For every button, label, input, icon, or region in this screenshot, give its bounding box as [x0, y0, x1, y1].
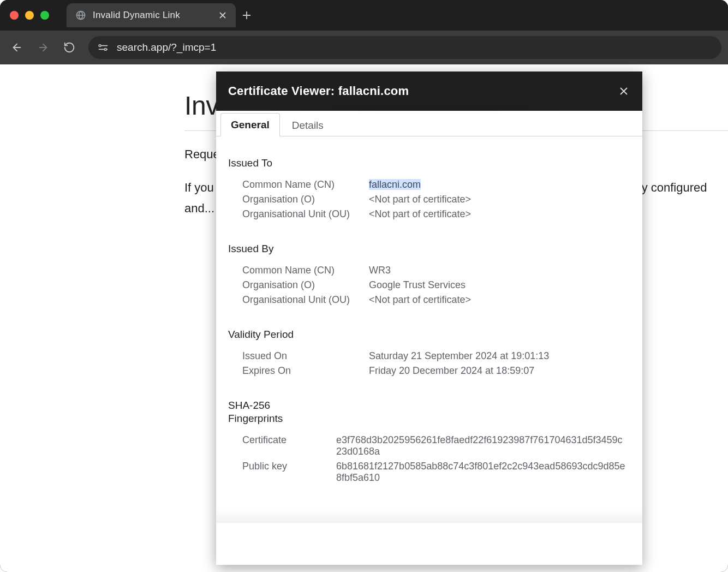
cn-label: Common Name (CN) — [242, 179, 369, 190]
tab-details[interactable]: Details — [282, 114, 333, 136]
window-minimize-button[interactable] — [25, 11, 34, 20]
close-icon[interactable] — [616, 84, 631, 99]
expires-on-value: Friday 20 December 2024 at 18:59:07 — [369, 365, 627, 377]
ou-label: Organisational Unit (OU) — [242, 208, 369, 220]
reload-button[interactable] — [59, 37, 80, 58]
tab[interactable]: Invalid Dynamic Link — [67, 3, 236, 27]
o-label: Organisation (O) — [242, 279, 369, 291]
globe-icon — [75, 10, 86, 21]
sha256-heading: SHA-256 — [228, 400, 627, 412]
expires-on-label: Expires On — [242, 365, 369, 377]
issued-on-value: Saturday 21 September 2024 at 19:01:13 — [369, 350, 627, 362]
site-settings-icon[interactable] — [97, 43, 109, 52]
pubkey-fp-label: Public key — [242, 461, 336, 484]
o-value: Google Trust Services — [369, 279, 627, 291]
forward-button[interactable] — [33, 37, 53, 58]
cert-tabs: General Details — [216, 111, 642, 136]
back-button[interactable] — [7, 37, 27, 58]
o-value: <Not part of certificate> — [369, 194, 627, 205]
issued-on-label: Issued On — [242, 350, 369, 362]
url-text: search.app/?_imcp=1 — [117, 41, 216, 53]
ou-label: Organisational Unit (OU) — [242, 294, 369, 306]
svg-point-2 — [104, 48, 106, 50]
address-bar[interactable]: search.app/?_imcp=1 — [88, 36, 721, 59]
tab-strip: Invalid Dynamic Link — [0, 0, 728, 31]
cn-value: WR3 — [369, 265, 627, 276]
tab-general[interactable]: General — [220, 113, 280, 136]
toolbar: search.app/?_imcp=1 — [0, 31, 728, 64]
cert-fp-value: e3f768d3b2025956261fe8faedf22f61923987f7… — [336, 434, 627, 457]
window-maximize-button[interactable] — [40, 11, 49, 20]
ou-value: <Not part of certificate> — [369, 294, 627, 306]
o-label: Organisation (O) — [242, 194, 369, 205]
cert-header: Certificate Viewer: fallacni.com — [216, 72, 642, 111]
close-icon[interactable] — [217, 10, 228, 21]
pubkey-fp-value: 6b81681f2127b0585ab88c74c3f801ef2c2c943e… — [336, 461, 627, 484]
cert-fp-label: Certificate — [242, 434, 336, 457]
new-tab-button[interactable] — [236, 10, 258, 20]
ou-value: <Not part of certificate> — [369, 208, 627, 220]
cert-title: Certificate Viewer: fallacni.com — [228, 84, 409, 98]
cert-body: Issued To Common Name (CN) fallacni.com … — [216, 136, 642, 509]
issued-by-heading: Issued By — [228, 243, 627, 255]
cn-label: Common Name (CN) — [242, 265, 369, 276]
certificate-viewer: Certificate Viewer: fallacni.com General… — [216, 72, 642, 565]
validity-heading: Validity Period — [228, 329, 627, 341]
tab-title: Invalid Dynamic Link — [93, 10, 211, 21]
window-controls — [10, 11, 49, 20]
issued-to-heading: Issued To — [228, 157, 627, 169]
fingerprints-heading: Fingerprints — [228, 413, 627, 425]
cn-value: fallacni.com — [369, 179, 627, 190]
window-close-button[interactable] — [10, 11, 19, 20]
svg-point-1 — [99, 45, 101, 47]
